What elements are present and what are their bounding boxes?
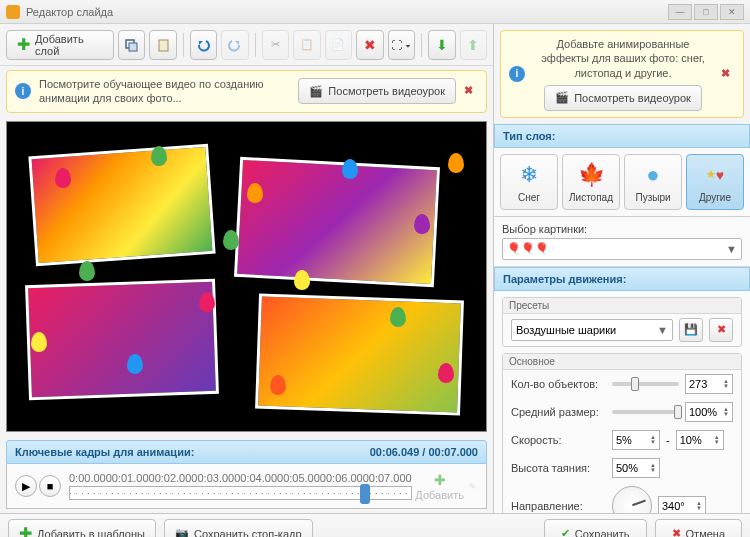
presets-legend: Пресеты bbox=[503, 298, 741, 314]
layer-type-snow[interactable]: ❄Снег bbox=[500, 154, 558, 210]
redo-button[interactable] bbox=[221, 30, 249, 60]
balloon-icon bbox=[199, 292, 215, 312]
stop-button[interactable]: ■ bbox=[39, 475, 61, 497]
chevron-down-icon: ▼ bbox=[726, 243, 737, 255]
count-slider[interactable] bbox=[612, 382, 679, 386]
watch-tutorial-button[interactable]: 🎬Посмотреть видеоурок bbox=[298, 78, 456, 104]
watch-tutorial-button-2[interactable]: 🎬Посмотреть видеоурок bbox=[544, 85, 702, 111]
snowflake-icon: ❄ bbox=[515, 161, 543, 189]
add-layer-button[interactable]: ✚Добавить слой bbox=[6, 30, 114, 60]
photo-2[interactable] bbox=[234, 156, 440, 286]
preset-combo[interactable]: Воздушные шарики▼ bbox=[511, 319, 673, 341]
balloon-icon bbox=[151, 146, 167, 166]
app-icon bbox=[6, 5, 20, 19]
film-icon: 🎬 bbox=[309, 85, 323, 98]
close-info-icon[interactable]: ✖ bbox=[721, 67, 735, 81]
save-preset-button[interactable]: 💾 bbox=[679, 318, 703, 342]
direction-label: Направление: bbox=[511, 500, 606, 512]
chevron-down-icon: ▼ bbox=[657, 324, 668, 336]
picture-combo[interactable]: 🎈🎈🎈 ▼ bbox=[502, 238, 742, 260]
leaf-icon: 🍁 bbox=[577, 161, 605, 189]
timeline-ticks: 0:00.0000:01.0000:02.0000:03.0000:04.000… bbox=[69, 472, 412, 484]
plus-icon: ✚ bbox=[19, 524, 32, 537]
balloon-icon bbox=[438, 363, 454, 383]
timeline: ▶ ■ 0:00.0000:01.0000:02.0000:03.0000:04… bbox=[6, 464, 487, 509]
fit-button[interactable]: ⛶ ▾ bbox=[388, 30, 416, 60]
pic-select-label: Выбор картинки: bbox=[502, 223, 742, 235]
balloon-icon bbox=[448, 153, 464, 173]
svg-rect-2 bbox=[159, 40, 168, 51]
plus-icon: ✚ bbox=[17, 35, 30, 54]
size-spinner[interactable]: 100%▲▼ bbox=[685, 402, 733, 422]
preview-canvas[interactable] bbox=[6, 121, 487, 432]
add-layer-label: Добавить слой bbox=[35, 33, 103, 57]
undo-button[interactable] bbox=[190, 30, 218, 60]
layer-type-leaves[interactable]: 🍁Листопад bbox=[562, 154, 620, 210]
edit-keyframe-button[interactable]: ✎ bbox=[457, 470, 489, 502]
layer-type-header: Тип слоя: bbox=[494, 124, 750, 148]
balloon-icon bbox=[294, 270, 310, 290]
balloon-icon bbox=[247, 183, 263, 203]
minimize-button[interactable]: — bbox=[668, 4, 692, 20]
motion-params-header: Параметры движения: bbox=[494, 267, 750, 291]
film-icon: 🎬 bbox=[555, 91, 569, 104]
save-button[interactable]: ✔Сохранить bbox=[544, 519, 647, 538]
paste2-button[interactable]: 📄 bbox=[325, 30, 353, 60]
balloon-icon bbox=[390, 307, 406, 327]
photo-4[interactable] bbox=[255, 293, 464, 415]
delete-button[interactable]: ✖ bbox=[356, 30, 384, 60]
speed-from-spinner[interactable]: 5%▲▼ bbox=[612, 430, 660, 450]
direction-dial[interactable] bbox=[612, 486, 652, 513]
melt-spinner[interactable]: 50%▲▼ bbox=[612, 458, 660, 478]
size-slider[interactable] bbox=[612, 410, 679, 414]
count-spinner[interactable]: 273▲▼ bbox=[685, 374, 733, 394]
add-to-templates-button[interactable]: ✚Добавить в шаблоны bbox=[8, 519, 156, 538]
balloon-icon bbox=[414, 214, 430, 234]
photo-1[interactable] bbox=[28, 143, 215, 265]
move-up-button[interactable]: ⬆ bbox=[460, 30, 488, 60]
info-text: Посмотрите обучающее видео по созданию а… bbox=[39, 77, 290, 106]
paste-button[interactable] bbox=[149, 30, 177, 60]
delete-preset-button[interactable]: ✖ bbox=[709, 318, 733, 342]
balloon-icon bbox=[223, 230, 239, 250]
cut-button[interactable]: ✂ bbox=[262, 30, 290, 60]
close-button[interactable]: ✕ bbox=[720, 4, 744, 20]
speed-label: Скорость: bbox=[511, 434, 606, 446]
info-text: Добавьте анимированные эффекты для ваших… bbox=[533, 37, 713, 80]
direction-spinner[interactable]: 340°▲▼ bbox=[658, 496, 706, 513]
cancel-button[interactable]: ✖Отмена bbox=[655, 519, 742, 538]
maximize-button[interactable]: □ bbox=[694, 4, 718, 20]
info-banner-left: i Посмотрите обучающее видео по созданию… bbox=[6, 70, 487, 113]
shapes-icon: ★♥ bbox=[701, 161, 729, 189]
window-title: Редактор слайда bbox=[26, 6, 668, 18]
copy2-button[interactable]: 📋 bbox=[293, 30, 321, 60]
info-icon: i bbox=[15, 83, 31, 99]
layer-type-bubbles[interactable]: ●Пузыри bbox=[624, 154, 682, 210]
photo-3[interactable] bbox=[25, 278, 219, 400]
close-info-icon[interactable]: ✖ bbox=[464, 84, 478, 98]
balloon-icon bbox=[342, 159, 358, 179]
balloon-icon bbox=[127, 354, 143, 374]
svg-rect-1 bbox=[129, 43, 137, 51]
info-icon: i bbox=[509, 66, 525, 82]
check-icon: ✔ bbox=[561, 527, 570, 537]
size-label: Средний размер: bbox=[511, 406, 606, 418]
count-label: Кол-во объектов: bbox=[511, 378, 606, 390]
timeline-header: Ключевые кадры для анимации: 00:06.049 /… bbox=[6, 440, 487, 464]
balloon-icon bbox=[55, 168, 71, 188]
copy-button[interactable] bbox=[118, 30, 146, 60]
cancel-icon: ✖ bbox=[672, 527, 681, 537]
play-button[interactable]: ▶ bbox=[15, 475, 37, 497]
floppy-icon: 💾 bbox=[684, 323, 698, 336]
balloon-icon bbox=[31, 332, 47, 352]
timeline-thumb[interactable] bbox=[360, 484, 370, 504]
melt-label: Высота таяния: bbox=[511, 462, 606, 474]
add-keyframe-button[interactable]: ✚Добавить bbox=[424, 470, 456, 502]
timeline-time: 00:06.049 / 00:07.000 bbox=[370, 446, 478, 458]
move-down-button[interactable]: ⬇ bbox=[428, 30, 456, 60]
speed-to-spinner[interactable]: 10%▲▼ bbox=[676, 430, 724, 450]
timeline-track[interactable] bbox=[69, 486, 412, 500]
camera-icon: 📷 bbox=[175, 527, 189, 537]
save-stopframe-button[interactable]: 📷Сохранить стоп-кадр bbox=[164, 519, 313, 538]
layer-type-other[interactable]: ★♥Другие bbox=[686, 154, 744, 210]
